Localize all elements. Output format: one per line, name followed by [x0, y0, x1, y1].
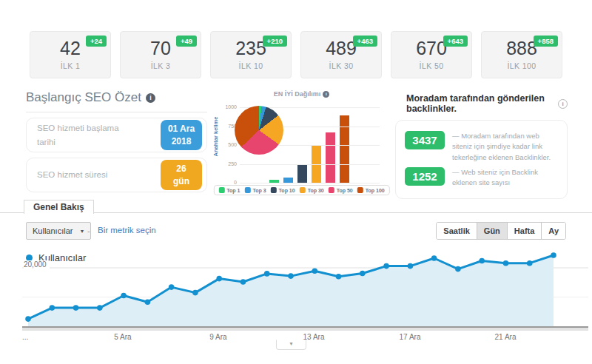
stat-label: İLK 3: [121, 61, 201, 70]
badge-line: 2018: [161, 135, 202, 147]
range-buttons: SaatlikGünHaftaAy: [436, 222, 566, 240]
backlink-row: 3437— Moradam tarafından web siteniz içi…: [405, 131, 558, 163]
backlink-description: — Moradam tarafından web siteniz için şi…: [452, 131, 558, 163]
legend-swatch-icon: [244, 187, 250, 193]
legend-item-top-10[interactable]: Top 10: [271, 187, 295, 193]
data-point[interactable]: [551, 252, 556, 258]
range-button-ay[interactable]: Ay: [541, 223, 565, 239]
summary-row: SEO hizmeti başlama tarihi01 Ara2018: [26, 118, 207, 152]
bar-top-3: [283, 178, 293, 183]
data-point[interactable]: [383, 263, 389, 269]
stat-delta-badge: +643: [443, 36, 468, 47]
data-point[interactable]: [288, 273, 294, 279]
data-point[interactable]: [408, 263, 414, 269]
stat-delta-badge: +210: [263, 36, 287, 47]
backlinks-panel: Moradam tarafından gönderilen backlinkle…: [395, 90, 568, 199]
legend-item-top-1[interactable]: Top 1: [218, 187, 240, 193]
backlink-count-badge: 1252: [405, 167, 445, 186]
data-point[interactable]: [216, 276, 222, 282]
x-axis-band: [22, 326, 588, 331]
stat-card: +643670İLK 50: [391, 31, 472, 78]
chevron-down-icon: ▾: [277, 340, 306, 348]
summary-row-badge: 01 Ara2018: [161, 120, 202, 149]
stat-label: İLK 50: [391, 61, 471, 70]
data-point[interactable]: [455, 266, 461, 272]
legend-label: Top 100: [366, 188, 385, 193]
backlinks-title: Moradam tarafından gönderilen backlinkle…: [406, 93, 554, 114]
info-icon[interactable]: i: [146, 93, 155, 103]
legend-swatch-icon: [218, 187, 224, 193]
keyword-distribution-panel: EN İYİ Dağılımı i Anahtar kelime 1000750…: [222, 90, 381, 201]
x-tick-label: 21 Ara: [487, 333, 524, 341]
data-point[interactable]: [50, 305, 56, 311]
chevron-down-icon: ▼: [79, 229, 84, 234]
legend-item-top-50[interactable]: Top 50: [329, 187, 353, 193]
bar-top-50: [326, 132, 335, 183]
summary-row-badge: 26gün: [161, 160, 202, 189]
metric-select-label: Kullanıcılar: [33, 226, 73, 235]
range-button-hafta[interactable]: Hafta: [507, 223, 542, 239]
stat-label: İLK 1: [30, 61, 110, 70]
gridline: [240, 164, 380, 165]
summary-title-row: Başlangıç SEO Özet i: [26, 90, 207, 112]
metric-dash: -: [87, 226, 90, 235]
data-point[interactable]: [192, 290, 198, 296]
stat-label: İLK 100: [482, 61, 562, 70]
data-point[interactable]: [336, 274, 342, 280]
range-button-gün[interactable]: Gün: [477, 223, 507, 239]
y-tick-label: 250: [223, 161, 237, 166]
data-point[interactable]: [240, 279, 246, 285]
legend-swatch-icon: [357, 187, 363, 193]
data-point[interactable]: [264, 271, 270, 277]
badge-line: gün: [161, 175, 202, 187]
x-tick-label: 9 Ara: [200, 333, 237, 341]
backlink-description: — Web siteniz için Backlink eklenen site…: [452, 167, 558, 189]
data-point[interactable]: [121, 293, 127, 299]
legend-label: Top 50: [337, 188, 353, 193]
backlink-count-badge: 3437: [405, 131, 445, 149]
data-point[interactable]: [97, 305, 103, 311]
stat-delta-badge: +24: [86, 36, 107, 47]
data-point[interactable]: [479, 258, 485, 264]
metric-link[interactable]: Bir metrik seçin: [98, 226, 156, 235]
backlinks-card: 3437— Moradam tarafından web siteniz içi…: [395, 120, 568, 199]
badge-line: 26: [161, 163, 202, 175]
range-button-saatlik[interactable]: Saatlik: [437, 223, 476, 239]
stat-label: İLK 30: [301, 61, 381, 70]
keyword-chart-legend: Top 1Top 3Top 10Top 30Top 50Top 100: [213, 185, 389, 195]
data-point[interactable]: [431, 255, 437, 261]
data-point[interactable]: [360, 271, 366, 277]
y-tick-label: 1000: [223, 104, 237, 109]
stat-card: +210235İLK 10: [210, 31, 292, 78]
legend-item-top-100[interactable]: Top 100: [357, 187, 385, 193]
info-icon[interactable]: i: [323, 91, 329, 98]
legend-label: Top 10: [279, 188, 295, 193]
legend-label: Top 1: [226, 188, 240, 193]
stat-card: +463489İLK 30: [300, 31, 382, 78]
badge-line: 01 Ara: [161, 123, 202, 135]
keyword-chart-title: EN İYİ Dağılımı: [274, 90, 321, 98]
data-point[interactable]: [25, 316, 31, 322]
gridline: [240, 183, 380, 183]
tab-genel-bakis[interactable]: Genel Bakış: [24, 200, 94, 214]
data-point[interactable]: [145, 299, 151, 305]
data-point[interactable]: [503, 260, 509, 266]
summary-title: Başlangıç SEO Özet: [26, 90, 141, 105]
metric-select[interactable]: Kullanıcılar ▼: [26, 222, 91, 240]
backlinks-rows: 3437— Moradam tarafından web siteniz içi…: [405, 131, 558, 188]
data-point[interactable]: [527, 260, 533, 266]
y-tick-label: 500: [223, 142, 237, 147]
data-point[interactable]: [73, 305, 79, 311]
info-icon[interactable]: i: [558, 99, 568, 109]
legend-item-top-30[interactable]: Top 30: [300, 187, 324, 193]
summary-panel: Başlangıç SEO Özet i SEO hizmeti başlama…: [26, 90, 207, 192]
users-line-chart: [22, 248, 588, 331]
legend-swatch-icon: [300, 187, 306, 193]
backlinks-title-row: Moradam tarafından gönderilen backlinkle…: [395, 93, 568, 114]
data-point[interactable]: [312, 269, 318, 274]
chart-expander[interactable]: ▾: [276, 340, 306, 350]
legend-label: Top 3: [252, 188, 266, 193]
data-point[interactable]: [169, 284, 175, 290]
legend-label: Top 30: [308, 188, 324, 193]
legend-item-top-3[interactable]: Top 3: [244, 187, 266, 193]
